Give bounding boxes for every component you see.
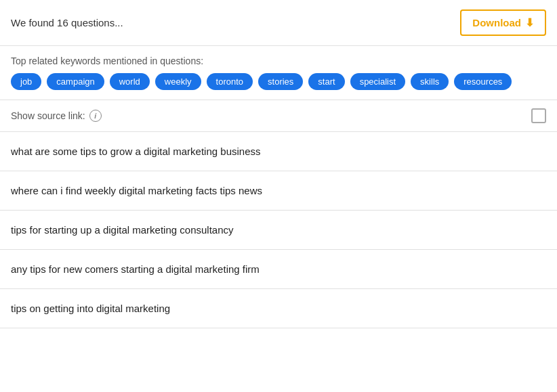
question-item[interactable]: tips on getting into digital marketing bbox=[0, 289, 557, 328]
keyword-tag[interactable]: stories bbox=[258, 73, 303, 90]
keyword-tag[interactable]: world bbox=[110, 73, 150, 90]
download-icon: ⬇ bbox=[525, 16, 534, 29]
keywords-title: Top related keywords mentioned in questi… bbox=[11, 56, 546, 66]
question-item[interactable]: what are some tips to grow a digital mar… bbox=[0, 132, 557, 171]
question-item[interactable]: any tips for new comers starting a digit… bbox=[0, 250, 557, 289]
download-label: Download bbox=[472, 17, 521, 28]
info-icon[interactable]: i bbox=[89, 110, 102, 122]
keyword-tag[interactable]: toronto bbox=[207, 73, 253, 90]
keyword-tag[interactable]: specialist bbox=[350, 73, 405, 90]
found-text: We found 16 questions... bbox=[11, 17, 123, 28]
keywords-row: jobcampaignworldweeklytorontostoriesstar… bbox=[11, 73, 546, 90]
source-label-group: Show source link: i bbox=[11, 110, 102, 122]
keywords-section: Top related keywords mentioned in questi… bbox=[0, 46, 557, 100]
source-row: Show source link: i bbox=[0, 100, 557, 132]
keyword-tag[interactable]: resources bbox=[454, 73, 512, 90]
download-button[interactable]: Download ⬇ bbox=[460, 9, 546, 36]
keyword-tag[interactable]: skills bbox=[411, 73, 449, 90]
keyword-tag[interactable]: job bbox=[11, 73, 41, 90]
keyword-tag[interactable]: start bbox=[308, 73, 344, 90]
keyword-tag[interactable]: campaign bbox=[47, 73, 104, 90]
question-item[interactable]: where can i find weekly digital marketin… bbox=[0, 171, 557, 211]
keyword-tag[interactable]: weekly bbox=[155, 73, 201, 90]
questions-list: what are some tips to grow a digital mar… bbox=[0, 132, 557, 328]
question-item[interactable]: tips for starting up a digital marketing… bbox=[0, 211, 557, 250]
header-bar: We found 16 questions... Download ⬇ bbox=[0, 0, 557, 46]
source-link-label: Show source link: bbox=[11, 110, 85, 121]
source-link-checkbox[interactable] bbox=[531, 108, 546, 123]
